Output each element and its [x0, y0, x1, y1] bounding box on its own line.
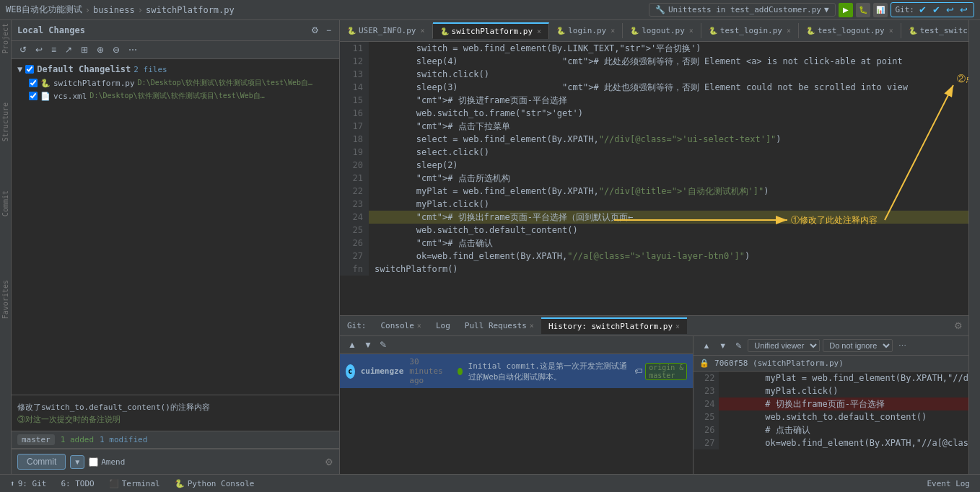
- status-terminal[interactable]: ⬛ Terminal: [105, 479, 165, 488]
- git-author: cuimengze: [361, 366, 404, 376]
- panel-settings-button[interactable]: ⚙: [309, 25, 321, 36]
- tab-label-3: logout.py: [642, 26, 685, 35]
- diff-line-content: web.switch_to.default_content(): [719, 410, 968, 423]
- sidebar-structure-label[interactable]: Structure: [0, 100, 11, 144]
- git-icon: ⬆: [10, 479, 15, 488]
- git-log-entry[interactable]: c cuimengze 30 minutes ago Initial commi…: [340, 354, 693, 388]
- status-todo[interactable]: 6: TODO: [56, 479, 98, 488]
- tab-test-login[interactable]: 🐍 test_login.py ×: [701, 23, 799, 38]
- file-item[interactable]: 🐍 switchPlatform.py D:\Desktop\软件测试\软件测试…: [12, 76, 339, 89]
- line-number: 21: [340, 172, 369, 185]
- log-copy-button[interactable]: ✎: [377, 339, 389, 351]
- bottom-tab-console[interactable]: Console ×: [374, 318, 429, 333]
- line-number: 18: [340, 133, 369, 146]
- status-python-label: Python Console: [188, 479, 255, 488]
- tab-user-info[interactable]: 🐍 USER_INFO.py ×: [340, 23, 433, 38]
- code-line: 21 "cmt"># 点击所选机构: [340, 172, 968, 185]
- code-line: 22 myPlat = web.find_element(By.XPATH,"/…: [340, 185, 968, 198]
- commit-settings-button[interactable]: ⚙: [325, 457, 333, 467]
- more-button[interactable]: ⋯: [126, 44, 139, 56]
- code-content[interactable]: 11 switch = web.find_element(By.LINK_TEX…: [340, 42, 968, 276]
- status-bar-mini: master 1 added 1 modified: [12, 431, 339, 449]
- git-redo-button[interactable]: ↩: [958, 4, 969, 15]
- diff-down-button[interactable]: ▼: [716, 341, 730, 351]
- amend-label: Amend: [89, 457, 125, 467]
- file-checkbox-1[interactable]: [29, 92, 38, 100]
- collapse-all-button[interactable]: ⊖: [110, 44, 122, 56]
- line-number: 16: [340, 107, 369, 120]
- tab-close-3[interactable]: ×: [689, 27, 694, 35]
- status-event-log[interactable]: Event Log: [922, 479, 974, 488]
- git-push-button[interactable]: ✔: [931, 4, 942, 15]
- status-git[interactable]: ⬆ 9: Git: [6, 479, 51, 488]
- debug-button[interactable]: 🐛: [856, 3, 870, 17]
- line-number: 24: [340, 211, 369, 224]
- sidebar-project-label[interactable]: Project: [0, 20, 11, 56]
- file-checkbox-0[interactable]: [29, 79, 38, 87]
- bottom-tab-log[interactable]: Log: [429, 318, 458, 333]
- git-checkmark-button[interactable]: ✔: [917, 4, 928, 15]
- rollback-button[interactable]: ↩: [33, 44, 45, 56]
- diff-view-select[interactable]: Unified viewer: [748, 339, 820, 352]
- show-diff-button[interactable]: ≡: [49, 44, 58, 56]
- file-item[interactable]: 📄 vcs.xml D:\Desktop\软件测试\软件测试项目\test\We…: [12, 89, 339, 102]
- run-button[interactable]: ▶: [839, 3, 853, 17]
- jump-to-source-button[interactable]: ↗: [63, 44, 74, 56]
- diff-edit-button[interactable]: ✎: [732, 341, 745, 351]
- code-line: 17 "cmt"># 点击下拉菜单: [340, 120, 968, 133]
- bottom-tab-pullreq-close[interactable]: ×: [530, 322, 534, 330]
- line-content: sleep(2): [369, 159, 968, 172]
- tab-switch-platform[interactable]: 🐍 switchPlatform.py ×: [433, 22, 550, 39]
- app-status-bar: ⬆ 9: Git 6: TODO ⬛ Terminal 🐍 Python Con…: [0, 474, 980, 492]
- commit-message-area: 修改了switch_to.default_content()的注释内容 ③对这一…: [12, 395, 339, 431]
- status-python-console[interactable]: 🐍 Python Console: [170, 479, 259, 488]
- group-by-button[interactable]: ⊞: [79, 44, 90, 56]
- diff-up-button[interactable]: ▲: [699, 341, 713, 351]
- amend-checkbox[interactable]: [89, 457, 98, 467]
- sidebar-commit-label[interactable]: Commit: [0, 188, 11, 219]
- bottom-tab-history-close[interactable]: ×: [675, 322, 680, 330]
- refresh-button[interactable]: ↺: [17, 44, 29, 56]
- diff-ignore-select[interactable]: Do not ignore: [823, 339, 893, 352]
- bottom-tab-pullreq[interactable]: Pull Requests ×: [458, 318, 541, 333]
- line-content: web.switch_to.default_content(): [369, 224, 968, 237]
- tab-close-2[interactable]: ×: [611, 27, 615, 35]
- coverage-button[interactable]: 📊: [873, 3, 888, 17]
- panel-toolbar: ⚙ −: [309, 25, 333, 36]
- file-path-0: D:\Desktop\软件测试\软件测试项目\test\Web自动化功能测试\: [138, 78, 318, 88]
- tab-close-1[interactable]: ×: [537, 27, 541, 35]
- log-down-button[interactable]: ▼: [362, 339, 375, 351]
- diff-more-button[interactable]: ⋯: [896, 341, 909, 351]
- bottom-tab-git-label: Git:: [347, 321, 367, 330]
- expand-all-button[interactable]: ⊕: [95, 44, 106, 56]
- tab-login[interactable]: 🐍 login.py ×: [549, 23, 623, 38]
- tab-close-0[interactable]: ×: [420, 27, 424, 35]
- line-number: 14: [340, 81, 369, 94]
- run-config[interactable]: 🔧 Unittests in test_addCustomer.py ▼: [649, 3, 836, 17]
- git-undo-button[interactable]: ↩: [945, 4, 955, 15]
- amend-text: Amend: [101, 457, 125, 467]
- git-bar: Git: ✔ ✔ ↩ ↩: [891, 2, 975, 17]
- bottom-tab-console-close[interactable]: ×: [417, 322, 421, 330]
- bottom-tab-git[interactable]: Git:: [340, 318, 374, 333]
- bottom-tab-history[interactable]: History: switchPlatform.py ×: [541, 317, 687, 334]
- file-icon-1: 📄: [40, 92, 51, 101]
- sidebar-favorites-label[interactable]: Favorites: [0, 277, 11, 322]
- tab-close-5[interactable]: ×: [889, 27, 893, 35]
- panel-minimize-button[interactable]: −: [324, 25, 333, 36]
- run-config-icon: 🔧: [655, 5, 665, 14]
- changelist-name: Default Changelist: [37, 64, 131, 74]
- log-up-button[interactable]: ▲: [346, 339, 359, 351]
- line-content: "cmt"># 点击所选机构: [369, 172, 968, 185]
- commit-button[interactable]: Commit: [17, 454, 66, 470]
- line-content: myPlat.click(): [369, 198, 968, 211]
- tab-close-4[interactable]: ×: [787, 27, 791, 35]
- changelist-header[interactable]: ▼ Default Changelist 2 files: [12, 62, 339, 76]
- tab-test-switch[interactable]: 🐍 test_switchPlatform ×: [901, 23, 968, 38]
- bottom-panel-settings-button[interactable]: ⚙: [948, 320, 968, 331]
- diff-line: 24 # 切换出frame页面-平台选择: [694, 397, 968, 410]
- tab-test-logout[interactable]: 🐍 test_logout.py ×: [799, 23, 901, 38]
- commit-dropdown-button[interactable]: ▼: [70, 455, 84, 469]
- changelist-checkbox[interactable]: [25, 65, 34, 74]
- tab-logout[interactable]: 🐍 logout.py ×: [623, 23, 701, 38]
